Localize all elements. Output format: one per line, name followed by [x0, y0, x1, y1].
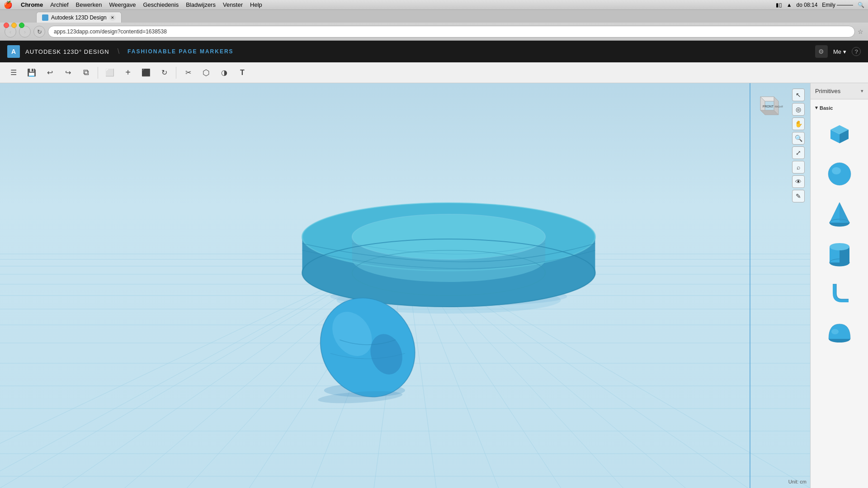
redo-button[interactable]: ↪ — [60, 65, 76, 81]
menu-chrome[interactable]: Chrome — [17, 1, 47, 8]
app-title: AUTODESK 123D° DESIGN — [25, 48, 109, 55]
fit-viewport-tool[interactable]: ⤢ — [792, 146, 805, 159]
refresh-viewport-button[interactable]: ↻ — [156, 65, 172, 81]
shell-button[interactable]: ◑ — [216, 65, 232, 81]
shape-sphere[interactable] — [821, 156, 858, 192]
view-tools: ↖ ◎ ✋ 🔍 ⤢ ⌕ 👁 ✎ — [792, 89, 805, 202]
snap-tool[interactable]: ✎ — [792, 190, 805, 202]
visibility-toggle-tool[interactable]: 👁 — [792, 175, 805, 188]
section-label: Basic — [820, 105, 833, 111]
copy-button[interactable]: ⧉ — [78, 65, 94, 81]
pan-viewport-tool[interactable]: ✋ — [792, 117, 805, 130]
separator-2 — [176, 67, 176, 79]
minimize-button[interactable] — [11, 23, 17, 28]
tab-favicon — [42, 14, 48, 21]
bookmark-icon[interactable]: ☆ — [858, 28, 863, 35]
panel-title: Primitives — [815, 88, 840, 94]
panel-collapse-button[interactable]: ▾ — [861, 88, 863, 94]
me-menu[interactable]: Me ▾ — [833, 48, 846, 55]
separator-1 — [98, 67, 98, 79]
shape-grid — [811, 113, 868, 355]
shape-box[interactable] — [821, 116, 858, 152]
help-button[interactable]: ? — [852, 47, 861, 56]
shape-cylinder[interactable] — [821, 235, 858, 272]
user-name[interactable]: Emily ——— — [822, 2, 853, 8]
address-input[interactable] — [48, 26, 855, 38]
browser-chrome: Autodesk 123D Design ✕ ‹ › ↻ ☆ — [0, 10, 868, 41]
section-basic-header[interactable]: ▾ Basic — [811, 103, 868, 113]
maximize-button[interactable] — [19, 23, 24, 28]
main-layout: FRONT RIGHT ↖ ◎ ✋ 🔍 ⤢ ⌕ 👁 ✎ Unit: cm Pri… — [0, 83, 868, 488]
view-cube[interactable]: FRONT RIGHT — [751, 88, 783, 119]
toolbar: ☰ 💾 ↩ ↪ ⧉ ⬜ + ⬛ ↻ ✂ ⬡ ◑ T — [0, 62, 868, 83]
section-chevron-icon: ▾ — [815, 105, 818, 111]
save-button[interactable]: 💾 — [24, 65, 40, 81]
zoom-viewport-tool[interactable]: 🔍 — [792, 132, 805, 145]
mac-menubar: 🍎 Chrome Archief Bewerken Weergave Gesch… — [0, 0, 868, 10]
datetime: do 08:14 — [797, 2, 818, 8]
grid — [0, 83, 810, 488]
shape-torus-connector[interactable] — [821, 275, 858, 311]
window-controls — [4, 23, 24, 28]
select-viewport-tool[interactable]: ↖ — [792, 89, 805, 101]
active-tab[interactable]: Autodesk 123D Design ✕ — [36, 12, 122, 23]
wifi-icon: ▲ — [787, 2, 792, 8]
ring-3d — [302, 203, 595, 307]
svg-point-71 — [831, 329, 839, 334]
address-bar-row: ‹ › ↻ ☆ — [0, 23, 868, 41]
menu-bladwijzers[interactable]: Bladwijzers — [182, 1, 219, 8]
apple-menu[interactable]: 🍎 — [4, 0, 13, 9]
settings-button[interactable]: ⚙ — [815, 45, 828, 58]
battery-icon: ▮▯ — [776, 2, 782, 8]
search-icon[interactable]: 🔍 — [858, 2, 864, 8]
menu-weergave[interactable]: Weergave — [105, 1, 139, 8]
tab-title: Autodesk 123D Design — [51, 14, 107, 21]
scissors-button[interactable]: ✂ — [180, 65, 196, 81]
add-button[interactable]: + — [120, 65, 136, 81]
autodesk-logo: A — [7, 45, 20, 58]
menu-geschiedenis[interactable]: Geschiedenis — [139, 1, 182, 8]
panel-section: ▾ Basic — [811, 99, 868, 358]
menu-help[interactable]: Help — [246, 1, 266, 8]
close-button[interactable] — [4, 23, 9, 28]
panel-header: Primitives ▾ — [811, 83, 868, 99]
title-separator: \ — [118, 47, 119, 56]
combine-button[interactable]: ⬡ — [198, 65, 214, 81]
svg-point-58 — [832, 167, 841, 174]
tab-bar: Autodesk 123D Design ✕ — [0, 10, 868, 23]
select-button[interactable]: ⬜ — [102, 65, 118, 81]
svg-text:RIGHT: RIGHT — [775, 105, 783, 108]
shape-hemisphere[interactable] — [821, 315, 858, 351]
text-button[interactable]: T — [234, 65, 250, 81]
project-title: FASHIONABLE PAGE MARKERS — [127, 48, 233, 55]
menu-toggle-button[interactable]: ☰ — [5, 65, 22, 81]
menu-bewerken[interactable]: Bewerken — [72, 1, 106, 8]
undo-button[interactable]: ↩ — [42, 65, 58, 81]
orbit-viewport-tool[interactable]: ◎ — [792, 103, 805, 116]
svg-text:FRONT: FRONT — [763, 105, 774, 108]
menu-archief[interactable]: Archief — [47, 1, 72, 8]
unit-label: Unit: cm — [788, 479, 807, 484]
svg-point-68 — [830, 243, 849, 250]
transform-button[interactable]: ⬛ — [138, 65, 154, 81]
primitives-panel: Primitives ▾ ▾ Basic — [810, 83, 868, 488]
shape-cone[interactable] — [821, 196, 858, 232]
3d-viewport[interactable]: FRONT RIGHT ↖ ◎ ✋ 🔍 ⤢ ⌕ 👁 ✎ Unit: cm — [0, 83, 810, 488]
timeline-line — [750, 83, 750, 488]
header-right: ⚙ Me ▾ ? — [815, 45, 861, 58]
menu-venster[interactable]: Venster — [219, 1, 246, 8]
tab-close-button[interactable]: ✕ — [109, 14, 116, 21]
zoom-region-tool[interactable]: ⌕ — [792, 161, 805, 174]
refresh-button[interactable]: ↻ — [33, 26, 45, 38]
app-header: A AUTODESK 123D° DESIGN \ FASHIONABLE PA… — [0, 41, 868, 62]
